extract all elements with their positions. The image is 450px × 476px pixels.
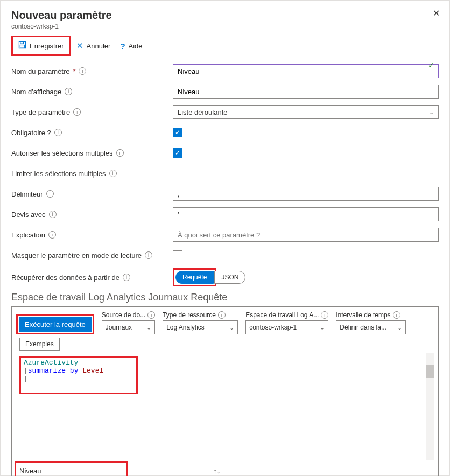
required-star: * [73, 67, 75, 75]
info-icon[interactable]: i [49, 211, 57, 218]
query-box: Exécuter la requête Source de do...i Jou… [11, 306, 439, 476]
explanation-label: Explication [11, 231, 45, 239]
help-icon: ? [120, 41, 125, 51]
editor-scrollbar[interactable] [426, 353, 434, 460]
chevron-down-icon: ⌄ [146, 324, 151, 331]
param-type-select[interactable]: Liste déroulante ⌄ [173, 105, 439, 119]
display-name-label: Nom d'affichage [11, 88, 61, 96]
info-icon[interactable]: i [73, 108, 81, 116]
explanation-input[interactable] [173, 228, 439, 242]
get-data-label: Récupérer des données à partir de [11, 274, 119, 282]
results-column-header[interactable]: Niveau [19, 467, 41, 475]
quote-with-label: Devis avec [11, 211, 46, 219]
param-type-label: Type de paramètre [11, 108, 70, 116]
help-button[interactable]: ? Aide [116, 39, 146, 53]
info-icon[interactable]: i [65, 88, 72, 95]
cancel-button[interactable]: ✕ Annuler [72, 38, 115, 53]
param-type-value: Liste déroulante [178, 108, 228, 116]
info-icon[interactable]: i [116, 149, 124, 157]
run-query-button[interactable]: Exécuter la requête [19, 317, 92, 332]
chevron-down-icon: ⌄ [229, 324, 234, 331]
time-range-select[interactable]: Définir dans la...⌄ [336, 320, 406, 334]
info-icon[interactable]: i [393, 311, 400, 319]
info-icon[interactable]: i [147, 311, 155, 319]
svg-rect-1 [20, 41, 24, 44]
info-icon[interactable]: i [79, 67, 86, 75]
info-icon[interactable]: i [321, 311, 328, 319]
info-icon[interactable]: i [46, 190, 54, 198]
resource-type-label: Type de ressource [163, 311, 216, 319]
required-checkbox[interactable]: ✓ [173, 128, 182, 137]
examples-button[interactable]: Exemples [19, 338, 60, 351]
info-icon[interactable]: i [48, 231, 56, 239]
help-label: Aide [129, 42, 143, 50]
info-icon[interactable]: i [109, 170, 117, 177]
info-icon[interactable]: i [54, 129, 62, 136]
chevron-down-icon: ⌄ [429, 109, 434, 116]
chevron-down-icon: ⌄ [397, 324, 402, 331]
query-section-heading: Espace de travail Log Analytics Journaux… [11, 292, 439, 303]
data-source-select[interactable]: Journaux⌄ [102, 320, 155, 334]
save-icon [18, 41, 26, 51]
time-range-label: Intervalle de temps [336, 311, 390, 319]
info-icon[interactable]: i [218, 311, 226, 319]
display-name-input[interactable] [173, 85, 439, 99]
workspace-label: Espace de travail Log A... [245, 311, 319, 319]
cancel-icon: ✕ [76, 41, 83, 51]
parameter-panel: ✕ Nouveau paramètre contoso-wrksp-1 Enre… [0, 0, 450, 476]
valid-check-icon: ✓ [428, 61, 434, 69]
data-source-toggle: Requête [175, 271, 214, 284]
hide-read-label: Masquer le paramètre en mode de lecture [11, 251, 142, 260]
query-editor[interactable]: AzureActivity |summarize by Level | [16, 353, 434, 460]
multi-checkbox[interactable]: ✓ [173, 148, 182, 158]
pill-query[interactable]: Requête [175, 271, 214, 284]
limit-multi-checkbox[interactable] [173, 169, 182, 178]
save-label: Enregistrer [30, 42, 64, 50]
svg-rect-2 [20, 45, 24, 48]
info-icon[interactable]: i [145, 251, 152, 259]
chevron-down-icon: ⌄ [320, 324, 325, 331]
hide-read-checkbox[interactable] [173, 250, 182, 260]
panel-subtitle: contoso-wrksp-1 [11, 23, 439, 30]
toolbar: Enregistrer ✕ Annuler ? Aide [11, 36, 439, 56]
results-table: Niveau ↑↓ Informations Avertissement [16, 463, 434, 476]
param-name-label: Nom du paramètre [11, 67, 69, 75]
pill-json[interactable]: JSON [214, 271, 245, 284]
delimiter-label: Délimiteur [11, 190, 43, 198]
param-name-input[interactable] [173, 64, 439, 78]
resource-type-select[interactable]: Log Analytics⌄ [163, 320, 238, 334]
close-icon[interactable]: ✕ [433, 8, 440, 18]
cancel-label: Annuler [87, 42, 111, 50]
data-source-label: Source de do... [102, 311, 145, 319]
save-button[interactable]: Enregistrer [14, 38, 68, 53]
quote-with-input[interactable] [173, 207, 439, 221]
info-icon[interactable]: i [123, 274, 130, 281]
sort-icon[interactable]: ↑↓ [213, 467, 220, 475]
limit-multi-label: Limiter les sélections multiples [11, 170, 106, 178]
delimiter-input[interactable] [173, 187, 439, 201]
panel-title: Nouveau paramètre [11, 9, 439, 22]
workspace-select[interactable]: contoso-wrksp-1⌄ [245, 320, 328, 334]
multi-label: Autoriser les sélections multiples [11, 149, 113, 157]
required-label: Obligatoire ? [11, 129, 51, 137]
